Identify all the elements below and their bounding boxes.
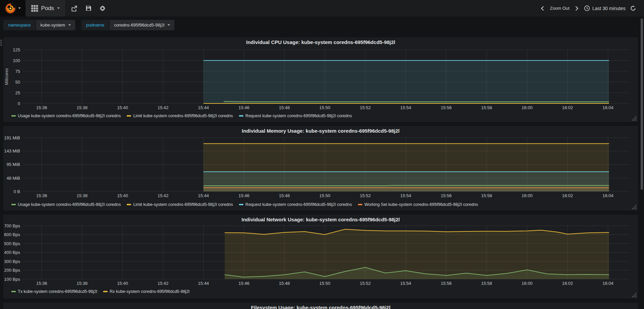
svg-text:15:54: 15:54 bbox=[400, 105, 411, 110]
svg-text:15:36: 15:36 bbox=[36, 193, 47, 198]
zoom-out-button[interactable]: Zoom Out bbox=[550, 6, 569, 11]
svg-text:125: 125 bbox=[13, 47, 20, 52]
legend-series-label: Request kube-system coredns-695f96dcd5-9… bbox=[245, 114, 352, 118]
time-range-label: Last 30 minutes bbox=[592, 6, 626, 11]
time-forward-button[interactable] bbox=[574, 5, 580, 11]
legend-series-label: Request kube-system coredns-695f96dcd5-9… bbox=[245, 202, 352, 207]
legend-item[interactable]: Usage kube-system coredns-695f96dcd5-98j… bbox=[11, 114, 121, 118]
time-range-picker[interactable]: Last 30 minutes bbox=[584, 5, 626, 11]
template-variables-row: namespace kube-system podname coredns-69… bbox=[3, 20, 174, 30]
chevron-down-icon bbox=[167, 24, 170, 26]
svg-text:15:44: 15:44 bbox=[198, 193, 209, 198]
nav-right-controls: Zoom Out Last 30 minutes bbox=[539, 0, 636, 16]
page-scrollbar[interactable] bbox=[641, 18, 643, 190]
svg-text:700 Bps: 700 Bps bbox=[4, 223, 20, 228]
grafana-menu-button[interactable] bbox=[0, 0, 25, 16]
legend-series-color-icon bbox=[11, 291, 16, 292]
svg-text:600 Bps: 600 Bps bbox=[4, 232, 20, 237]
refresh-button[interactable] bbox=[630, 5, 636, 11]
legend-series-label: Working Set kube-system coredns-695f96dc… bbox=[364, 202, 478, 207]
legend-item[interactable]: Rx kube-system coredns-695f96dcd5-98j2l bbox=[103, 289, 190, 294]
svg-text:Millicores: Millicores bbox=[4, 68, 9, 85]
svg-text:15:42: 15:42 bbox=[158, 105, 169, 110]
legend-item[interactable]: Working Set kube-system coredns-695f96dc… bbox=[358, 202, 478, 207]
svg-text:15:38: 15:38 bbox=[77, 193, 88, 198]
save-button[interactable] bbox=[85, 5, 91, 11]
legend-series-label: Limit kube-system coredns-695f96dcd5-98j… bbox=[133, 114, 233, 118]
svg-text:15:50: 15:50 bbox=[319, 193, 330, 198]
legend-series-color-icon bbox=[127, 115, 131, 117]
legend-item[interactable]: Usage kube-system coredns-695f96dcd5-98j… bbox=[11, 202, 121, 207]
svg-text:400 Bps: 400 Bps bbox=[4, 250, 20, 255]
panel-resize-grip[interactable] bbox=[632, 293, 637, 298]
svg-text:50: 50 bbox=[15, 80, 20, 85]
chevron-down-icon bbox=[57, 7, 60, 9]
legend-item[interactable]: Limit kube-system coredns-695f96dcd5-98j… bbox=[127, 114, 233, 118]
svg-text:300 Bps: 300 Bps bbox=[4, 259, 20, 264]
nav-action-icons bbox=[66, 0, 106, 16]
svg-text:0 B: 0 B bbox=[13, 189, 20, 194]
svg-text:16:02: 16:02 bbox=[562, 105, 573, 110]
legend-series-color-icon bbox=[239, 204, 243, 205]
svg-text:15:50: 15:50 bbox=[319, 281, 330, 286]
svg-text:15:54: 15:54 bbox=[400, 281, 411, 286]
share-button[interactable] bbox=[71, 5, 77, 11]
svg-text:15:42: 15:42 bbox=[158, 281, 169, 286]
svg-text:15:54: 15:54 bbox=[400, 193, 411, 198]
svg-text:16:00: 16:00 bbox=[522, 281, 533, 286]
svg-text:15:48: 15:48 bbox=[279, 281, 290, 286]
svg-text:15:52: 15:52 bbox=[360, 193, 371, 198]
svg-text:15:42: 15:42 bbox=[158, 193, 169, 198]
legend-item[interactable]: Tx kube-system coredns-695f96dcd5-98j2l bbox=[11, 289, 97, 294]
panel-title[interactable]: Filesystem Usage: kube-system coredns-69… bbox=[3, 305, 638, 309]
legend-item[interactable]: Request kube-system coredns-695f96dcd5-9… bbox=[239, 114, 352, 118]
svg-text:25: 25 bbox=[15, 90, 20, 95]
dashboard-picker[interactable]: Pods bbox=[25, 0, 66, 16]
settings-gear-button[interactable] bbox=[99, 5, 106, 11]
variable-select-podname[interactable]: coredns-695f96dcd5-98j2l bbox=[110, 20, 174, 30]
svg-text:15:58: 15:58 bbox=[481, 105, 492, 110]
memory-legend: Usage kube-system coredns-695f96dcd5-98j… bbox=[11, 202, 478, 207]
svg-text:16:00: 16:00 bbox=[522, 193, 533, 198]
svg-text:15:46: 15:46 bbox=[238, 105, 249, 110]
legend-item[interactable]: Request kube-system coredns-695f96dcd5-9… bbox=[239, 202, 352, 207]
clock-icon bbox=[584, 5, 590, 11]
svg-text:15:36: 15:36 bbox=[36, 281, 47, 286]
svg-text:15:46: 15:46 bbox=[238, 193, 249, 198]
row-drag-handle[interactable] bbox=[0, 40, 3, 46]
panel-resize-grip[interactable] bbox=[632, 116, 637, 121]
cpu-usage-chart[interactable]: 025507510012515:3615:3815:4015:4215:4415… bbox=[3, 37, 638, 122]
svg-text:143 MiB: 143 MiB bbox=[4, 148, 20, 153]
svg-text:200 Bps: 200 Bps bbox=[4, 268, 20, 273]
dashboard-grid-icon bbox=[31, 5, 38, 12]
svg-text:15:50: 15:50 bbox=[319, 105, 330, 110]
variable-select-namespace[interactable]: kube-system bbox=[36, 20, 75, 30]
svg-text:15:48: 15:48 bbox=[279, 105, 290, 110]
legend-series-color-icon bbox=[11, 115, 16, 117]
svg-text:500 Bps: 500 Bps bbox=[4, 241, 20, 246]
svg-text:15:46: 15:46 bbox=[238, 281, 249, 286]
svg-text:191 MiB: 191 MiB bbox=[4, 135, 20, 140]
legend-series-label: Usage kube-system coredns-695f96dcd5-98j… bbox=[18, 114, 121, 118]
legend-series-label: Limit kube-system coredns-695f96dcd5-98j… bbox=[133, 202, 233, 207]
svg-text:15:44: 15:44 bbox=[198, 105, 209, 110]
network-usage-chart[interactable]: 100 Bps200 Bps300 Bps400 Bps500 Bps600 B… bbox=[3, 215, 638, 299]
panel-resize-grip[interactable] bbox=[632, 205, 637, 210]
time-back-button[interactable] bbox=[539, 5, 546, 11]
legend-series-color-icon bbox=[11, 204, 16, 205]
legend-series-color-icon bbox=[239, 115, 243, 117]
variable-label-podname: podname bbox=[81, 20, 109, 30]
svg-text:15:56: 15:56 bbox=[441, 193, 452, 198]
svg-text:15:38: 15:38 bbox=[77, 281, 88, 286]
svg-text:15:36: 15:36 bbox=[36, 105, 47, 110]
svg-text:15:40: 15:40 bbox=[117, 193, 128, 198]
memory-usage-chart[interactable]: 0 B48 MiB95 MiB143 MiB191 MiB15:3615:381… bbox=[3, 126, 638, 211]
panel-network-usage: Individual Network Usage: kube-system co… bbox=[3, 215, 638, 299]
svg-text:15:58: 15:58 bbox=[481, 193, 492, 198]
svg-text:15:52: 15:52 bbox=[360, 281, 371, 286]
svg-text:16:00: 16:00 bbox=[522, 105, 533, 110]
legend-item[interactable]: Limit kube-system coredns-695f96dcd5-98j… bbox=[127, 202, 233, 207]
chevron-down-icon bbox=[18, 7, 21, 9]
variable-label-namespace: namespace bbox=[3, 20, 35, 30]
svg-text:15:38: 15:38 bbox=[77, 105, 88, 110]
